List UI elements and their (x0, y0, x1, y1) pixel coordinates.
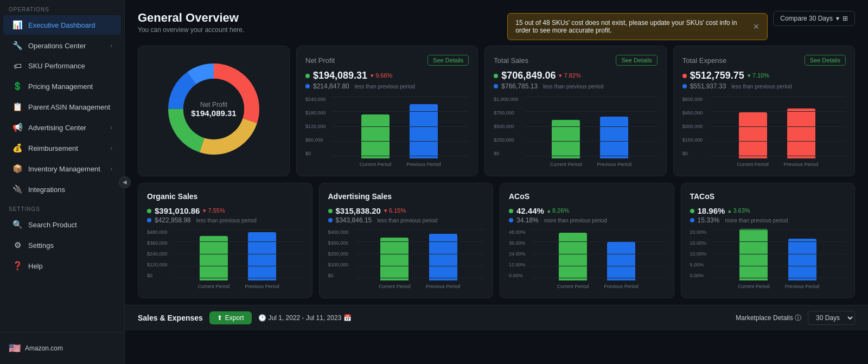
total-sales-prev-bar-group: Previous Period (597, 117, 631, 167)
sidebar-item-settings[interactable]: ⚙Settings (3, 235, 121, 255)
advertising-sales-current-label: Current Period (379, 284, 411, 289)
tacos-chart: 20.00%15.00%10.00%5.00%0.00% Current Per… (690, 229, 846, 289)
advertising-sales-prev-dot (328, 218, 333, 222)
advertising-sales-prev-row: $343,846.15 less than previous period (328, 216, 484, 224)
tacos-current-group: Current Period (738, 229, 770, 289)
marketplace-label: Marketplace Details (736, 314, 793, 322)
acos-value: 42.44% (516, 206, 544, 215)
sidebar-item-executive-dashboard[interactable]: 📊Executive Dashboard (3, 15, 121, 35)
advertising-sales-metric-row: $315,838.20 ▾ 6.15% (328, 206, 484, 215)
sidebar-bottom: 🇺🇸Amazon.com (0, 332, 124, 364)
net-profit-prev-bar (410, 104, 438, 158)
marketplace-details: Marketplace Details ⓘ (736, 314, 801, 323)
total-expense-header: Total Expense See Details (682, 55, 846, 66)
acos-bar-wrap: Current Period Previous Period (509, 229, 665, 289)
net-profit-prev-value: $214,847.80 (313, 82, 349, 90)
organic-sales-prev-dot (147, 218, 151, 222)
days-select[interactable]: 30 Days (808, 311, 855, 325)
total-expense-title: Total Expense (682, 56, 727, 65)
advertising-sales-prev-label: Previous Period (426, 284, 461, 289)
net-profit-title: Net Profit (305, 56, 335, 65)
sidebar-item-search-product[interactable]: 🔍Search Product (3, 215, 121, 234)
sidebar-item-integrations[interactable]: 🔌Integrations (3, 180, 121, 199)
sidebar-item-parent-asin-management[interactable]: 📋Parent ASIN Management (3, 97, 121, 117)
sidebar-section-label: OPERATIONS (0, 0, 124, 15)
sidebar-item-sku-performance[interactable]: 🏷SKU Performance (3, 56, 121, 75)
total-sales-prev-label: Previous Period (597, 162, 631, 167)
total-expense-prev-value: $551,937.33 (690, 82, 726, 90)
net-profit-change: ▾ 9.66% (371, 72, 392, 79)
operations-center-icon: 🔧 (12, 41, 23, 50)
tacos-prev-bar (788, 239, 816, 280)
total-sales-dot (494, 74, 498, 78)
advertising-sales-prev-value: $343,846.15 (336, 216, 372, 224)
export-button[interactable]: ⬆ Export (209, 311, 252, 324)
acos-metric-row: 42.44% ▴ 8.26% (509, 206, 665, 215)
donut-title: Net Profit (191, 101, 236, 108)
tacos-prev-dot (690, 218, 694, 222)
date-range-icon: 🕐 (258, 314, 266, 322)
net-profit-current-label: Current Period (360, 162, 392, 167)
sidebar-item-label-reimbursement: Reimbursement (28, 144, 78, 152)
acos-change: ▴ 8.26% (547, 207, 569, 214)
advertising-sales-current-group: Current Period (379, 238, 411, 289)
header-left: General Overview You can overview your a… (138, 11, 244, 34)
total-expense-prev-bar-group: Previous Period (784, 108, 819, 167)
tacos-change: ▴ 3.63% (728, 207, 750, 214)
total-sales-current-label: Current Period (550, 162, 582, 167)
net-profit-see-details-button[interactable]: See Details (427, 55, 469, 66)
compare-calendar-icon: ⊞ (843, 15, 848, 22)
sidebar-collapse-btn[interactable]: ◀ (119, 176, 131, 188)
total-expense-current-bar-group: Current Period (737, 112, 769, 167)
total-sales-title: Total Sales (494, 56, 528, 65)
total-sales-change-label: less than previous period (543, 84, 603, 90)
organic-sales-current-bar (200, 236, 228, 280)
acos-current-bar (559, 233, 587, 280)
sidebar-item-label-parent-asin-management: Parent ASIN Management (28, 103, 110, 111)
sidebar-item-reimbursement[interactable]: 💰Reimbursement› (3, 138, 121, 158)
acos-bars: Current Period Previous Period (533, 229, 663, 289)
net-profit-prev-dot (305, 84, 310, 88)
sidebar-item-operations-center[interactable]: 🔧Operations Center› (3, 36, 121, 55)
total-sales-prev-row: $766,785.13 less than previous period (494, 82, 657, 90)
sku-performance-icon: 🏷 (12, 61, 23, 71)
sidebar-item-pricing-management[interactable]: 💲Pricing Management (3, 76, 121, 96)
sidebar-item-inventory-management[interactable]: 📦Inventory Management› (3, 159, 121, 178)
total-expense-bar-wrap: Current Period Previous Period (682, 97, 846, 167)
inventory-management-icon: 📦 (12, 164, 23, 174)
compare-button[interactable]: Compare 30 Days ▾ ⊞ (773, 11, 855, 26)
acos-prev-value: 34.18% (516, 216, 539, 224)
page-subtitle: You can overview your account here. (138, 26, 244, 34)
tacos-prev-row: 15.33% more than previous period (690, 216, 846, 224)
export-label: Export (225, 314, 244, 322)
net-profit-header: Net Profit See Details (305, 55, 469, 66)
net-profit-change-label: less than previous period (355, 84, 415, 90)
total-expense-dot (682, 74, 687, 78)
total-sales-see-details-button[interactable]: See Details (616, 55, 657, 66)
advertising-sales-dot (328, 209, 333, 213)
sidebar: OPERATIONS📊Executive Dashboard🔧Operation… (0, 0, 125, 364)
sidebar-item-help[interactable]: ❓Help (3, 256, 121, 276)
operations-center-chevron-icon: › (110, 42, 112, 49)
tacos-prev-label: Previous Period (785, 284, 820, 289)
tacos-bar-wrap: Current Period Previous Period (690, 229, 846, 289)
sidebar-item-label-sku-performance: SKU Performance (28, 62, 85, 70)
donut-chart-wrap: Net Profit $194,089.31 (147, 55, 280, 163)
settings-icon: ⚙ (12, 240, 23, 250)
total-expense-see-details-button[interactable]: See Details (805, 55, 846, 66)
organic-sales-chart: $480,000$360,000$240,000$120,000$0 Curre… (147, 229, 303, 289)
sidebar-item-advertising-center[interactable]: 📢Advertising Center› (3, 118, 121, 137)
sidebar-item-label-search-product: Search Product (28, 221, 77, 229)
total-sales-metric-row: $706,849.06 ▾ 7.82% (494, 70, 657, 81)
net-profit-prev-row: $214,847.80 less than previous period (305, 82, 469, 90)
close-alert-button[interactable]: ✕ (753, 22, 760, 31)
footer-bar: Sales & Expenses ⬆ Export 🕐 Jul 1, 2022 … (125, 305, 868, 330)
acos-chart: 48.00%36.00%24.00%12.00%0.00% Current Pe… (509, 229, 665, 289)
acos-prev-label: Previous Period (604, 284, 639, 289)
acos-prev-bar (607, 242, 635, 280)
acos-prev-group: Previous Period (604, 242, 639, 289)
total-expense-chart: $600,000$450,000$300,000$150,000$0 Curre… (682, 97, 846, 167)
sidebar-item-label-executive-dashboard: Executive Dashboard (28, 21, 95, 29)
export-icon: ⬆ (217, 314, 222, 322)
total-expense-prev-bar (787, 108, 815, 158)
